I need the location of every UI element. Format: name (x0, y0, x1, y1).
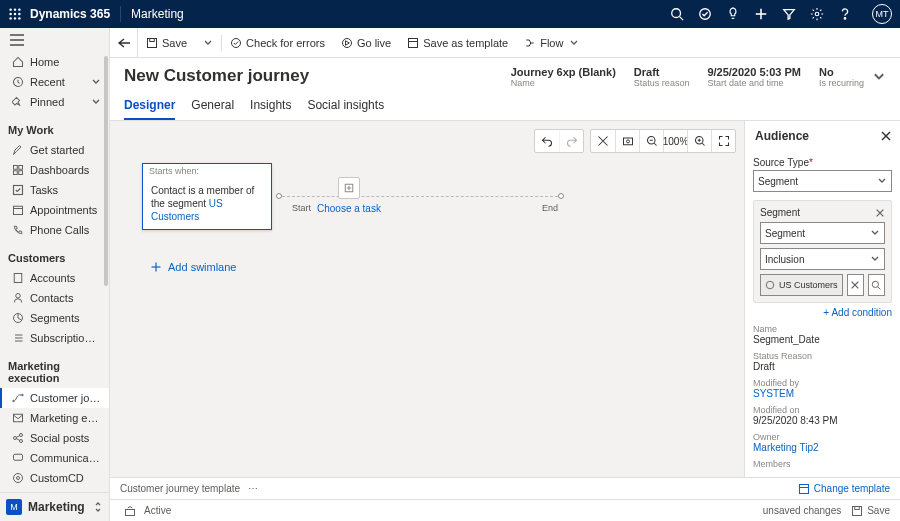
header-expand-button[interactable] (872, 70, 886, 84)
snapshot-button[interactable] (615, 130, 639, 152)
tab-social-insights[interactable]: Social insights (307, 98, 384, 120)
svg-rect-28 (14, 274, 22, 283)
cmd-save[interactable]: Save (138, 28, 195, 57)
expand-footer-button[interactable] (124, 505, 136, 517)
lookup-search-button[interactable] (868, 274, 885, 296)
nav-accounts[interactable]: Accounts (0, 268, 109, 288)
inclusion-select[interactable]: Inclusion (760, 248, 885, 270)
designer-canvas[interactable]: 100% Starts when: Contact is a member of… (110, 121, 744, 477)
status-footer: Active unsaved changes Save (110, 499, 900, 521)
user-avatar[interactable]: MT (872, 4, 892, 24)
zoom-level[interactable]: 100% (663, 130, 687, 152)
nav-recent[interactable]: Recent (0, 72, 109, 92)
add-icon[interactable] (754, 7, 768, 21)
svg-rect-47 (148, 38, 157, 47)
task-icon[interactable] (698, 7, 712, 21)
tab-general[interactable]: General (191, 98, 234, 120)
template-footer: Customer journey template ⋯ Change templ… (110, 477, 900, 499)
nav-contacts[interactable]: Contacts (0, 288, 109, 308)
nav-scrollbar[interactable] (104, 56, 108, 286)
lookup-clear-button[interactable] (847, 274, 864, 296)
undo-button[interactable] (535, 130, 559, 152)
cmd-check-errors[interactable]: Check for errors (222, 28, 333, 57)
svg-rect-38 (14, 414, 23, 422)
meta-owner[interactable]: Marketing Tip2 (753, 442, 892, 453)
svg-point-49 (232, 38, 241, 47)
nav-get-started[interactable]: Get started (0, 140, 109, 160)
global-header: Dynamics 365 Marketing MT (0, 0, 900, 28)
home-icon (12, 56, 24, 68)
app-launcher-icon[interactable] (8, 7, 22, 21)
nav-dashboards[interactable]: Dashboards (0, 160, 109, 180)
nav-appointments[interactable]: Appointments (0, 200, 109, 220)
side-panel: Audience Source Type* Segment Segment Se… (744, 121, 900, 477)
template-more[interactable]: ⋯ (248, 483, 258, 494)
status-value: Active (144, 505, 171, 516)
cmd-go-live[interactable]: Go live (333, 28, 399, 57)
chevron-down-icon (569, 38, 579, 48)
module-name[interactable]: Marketing (131, 7, 184, 21)
check-icon (12, 184, 24, 196)
panel-close-button[interactable] (880, 130, 892, 142)
segment-type-select[interactable]: Segment (760, 222, 885, 244)
fullscreen-button[interactable] (711, 130, 735, 152)
nav-segments[interactable]: Segments (0, 308, 109, 328)
nav-subscription-lists[interactable]: Subscription lists (0, 328, 109, 348)
nav-communication[interactable]: Communication D... (0, 448, 109, 468)
flow-end-dot (558, 193, 564, 199)
cmd-save-template[interactable]: Save as template (399, 28, 516, 57)
svg-line-10 (680, 17, 684, 21)
back-button[interactable] (110, 28, 138, 58)
flow-start-label: Start (292, 203, 311, 213)
nav-social-posts[interactable]: Social posts (0, 428, 109, 448)
change-template-link[interactable]: Change template (798, 483, 890, 495)
svg-point-3 (9, 13, 11, 15)
nav-phone-calls[interactable]: Phone Calls (0, 220, 109, 240)
cmd-save-dropdown[interactable] (195, 28, 221, 57)
meta-modified-by[interactable]: SYSTEM (753, 388, 892, 399)
svg-point-9 (672, 9, 681, 18)
form-tabs: Designer General Insights Social insight… (110, 88, 900, 121)
start-tile-body: Contact is a member of the segment US Cu… (143, 178, 271, 229)
area-switcher[interactable]: M Marketing (0, 492, 109, 521)
settings-icon[interactable] (810, 7, 824, 21)
nav-home[interactable]: Home (0, 52, 109, 72)
nav-tasks[interactable]: Tasks (0, 180, 109, 200)
footer-save-button[interactable]: Save (851, 505, 890, 517)
start-tile[interactable]: Starts when: Contact is a member of the … (142, 163, 272, 230)
zoom-out-button[interactable] (639, 130, 663, 152)
nav-marketing-emails[interactable]: Marketing emails (0, 408, 109, 428)
add-condition-link[interactable]: + Add condition (753, 307, 892, 318)
svg-rect-76 (799, 484, 808, 493)
help-icon[interactable] (838, 7, 852, 21)
source-type-select[interactable]: Segment (753, 170, 892, 192)
cmd-flow[interactable]: Flow (516, 28, 587, 57)
search-icon[interactable] (670, 7, 684, 21)
nav-collapse-button[interactable] (0, 28, 109, 52)
redo-button[interactable] (559, 130, 583, 152)
command-bar: Save Check for errors Go live Save as te… (110, 28, 900, 58)
zoom-in-button[interactable] (687, 130, 711, 152)
meta-start-value: 9/25/2020 5:03 PM (707, 66, 801, 78)
add-task-button[interactable] (338, 177, 360, 199)
filter-icon[interactable] (782, 7, 796, 21)
lightbulb-icon[interactable] (726, 7, 740, 21)
svg-rect-53 (623, 138, 632, 145)
tab-insights[interactable]: Insights (250, 98, 291, 120)
svg-point-5 (18, 13, 20, 15)
add-swimlane-button[interactable]: Add swimlane (150, 261, 236, 273)
brand-name[interactable]: Dynamics 365 (30, 7, 110, 21)
segment-lookup-value[interactable]: US Customers (760, 274, 843, 296)
share-icon (12, 432, 24, 444)
nav-customcd[interactable]: CustomCD (0, 468, 109, 488)
fit-button[interactable] (591, 130, 615, 152)
segment-remove-button[interactable] (875, 208, 885, 218)
nav-pinned[interactable]: Pinned (0, 92, 109, 112)
start-tile-header: Starts when: (143, 164, 271, 178)
nav-customer-journeys[interactable]: Customer journeys (0, 388, 109, 408)
tab-designer[interactable]: Designer (124, 98, 175, 120)
svg-rect-23 (14, 171, 18, 175)
svg-point-6 (9, 17, 11, 19)
pin-icon (12, 96, 24, 108)
choose-task-link[interactable]: Choose a task (317, 203, 381, 214)
